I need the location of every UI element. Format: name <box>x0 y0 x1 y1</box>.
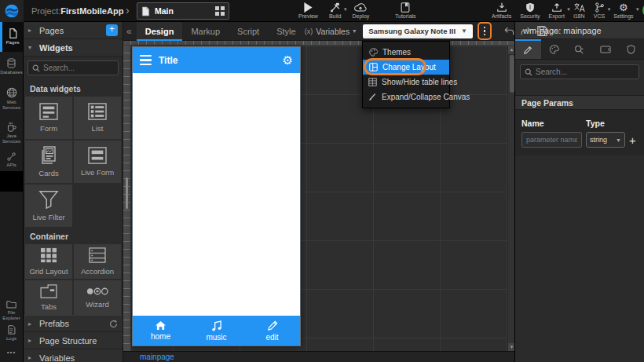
tab-events[interactable] <box>567 39 593 59</box>
add-parameter-button[interactable]: + <box>629 134 636 146</box>
tab-properties[interactable] <box>515 39 541 59</box>
tutorials-button[interactable]: Tutorials <box>395 0 416 19</box>
project-label: Project: <box>31 6 60 16</box>
app-logo[interactable] <box>0 0 24 22</box>
tab-script[interactable]: Script <box>229 22 268 41</box>
tutorials-label: Tutorials <box>395 13 416 19</box>
settings-button[interactable]: ⚙ Settings ▾ <box>613 0 633 19</box>
vcs-button[interactable]: VCS ▾ <box>594 0 605 19</box>
home-icon <box>155 320 166 331</box>
section-pages[interactable]: ▸ Pages + <box>24 22 123 39</box>
widget-tile-live-filter[interactable]: Live Filter <box>25 185 72 227</box>
scrollbar-thumb[interactable] <box>510 55 514 93</box>
phone-page-content[interactable] <box>133 73 300 316</box>
widget-tile-list[interactable]: List <box>74 97 121 139</box>
rail-item-apis[interactable]: APIs <box>0 149 23 171</box>
play-icon <box>303 2 313 13</box>
rail-item-file-explorer[interactable]: File Explorer <box>0 298 23 322</box>
accordion-icon <box>89 247 106 263</box>
vertical-ruler <box>123 46 131 351</box>
device-selector[interactable]: Samsung Galaxy Note III ▼ <box>363 24 473 38</box>
section-prefabs[interactable]: ▸ Prefabs <box>24 315 123 332</box>
widget-tile-cards[interactable]: Cards <box>25 141 72 183</box>
parameter-name-input[interactable] <box>521 132 582 148</box>
widget-tile-wizard[interactable]: Wizard <box>74 280 121 315</box>
rail-item-databases[interactable]: Databases <box>0 52 23 82</box>
search-icon <box>32 64 40 72</box>
build-button[interactable]: Build ▾ <box>329 0 342 19</box>
widget-tile-live-form[interactable]: Live Form <box>74 141 121 183</box>
widget-tile-label: Live Form <box>81 168 114 177</box>
more-options-button[interactable] <box>480 24 489 38</box>
deploy-button[interactable]: Deploy <box>352 0 369 19</box>
expand-right-icon[interactable]: » <box>552 26 564 37</box>
tab-markup[interactable]: Markup <box>182 22 229 41</box>
undo-button[interactable] <box>501 27 518 36</box>
design-canvas[interactable]: Title ⚙ home music edit ▲ <box>123 46 514 351</box>
table-lines-icon <box>368 78 377 86</box>
tab-style[interactable]: Style <box>268 22 304 41</box>
pencil-icon <box>267 320 278 331</box>
artifacts-button[interactable]: Artifacts <box>492 0 511 19</box>
download-icon <box>496 2 507 13</box>
save-button[interactable] <box>534 26 551 36</box>
nav-item-home[interactable]: home <box>133 316 188 346</box>
tab-security[interactable] <box>618 39 644 59</box>
parameter-type-select[interactable]: string ▼ <box>586 132 625 148</box>
hamburger-menu-icon[interactable] <box>140 55 152 66</box>
preview-button[interactable]: Preview <box>298 0 318 19</box>
ruler-handle[interactable] <box>126 177 128 209</box>
project-name: FirstMobileApp <box>60 6 123 16</box>
caret-down-icon: ▾ <box>608 6 611 13</box>
section-variables[interactable]: ▸ Variables <box>24 349 123 362</box>
rail-item-web-services[interactable]: Web Services <box>0 82 23 116</box>
rail-item-pages[interactable]: Pages <box>0 22 23 52</box>
canvas-scrollbar[interactable]: ▲ ▼ <box>507 46 514 351</box>
widget-tile-accordion[interactable]: Accordion <box>74 244 121 279</box>
add-page-button[interactable]: + <box>106 24 118 36</box>
tab-styles[interactable] <box>541 39 567 59</box>
rail-item-logs[interactable]: Logs <box>0 322 23 344</box>
group-title-data-widgets: Data widgets <box>24 79 123 97</box>
redo-button[interactable] <box>518 27 534 36</box>
section-page-structure[interactable]: ▸ Page Structure <box>24 332 123 349</box>
export-button[interactable]: Export ▾ <box>549 0 565 19</box>
rail-item-java-services[interactable]: Java Services <box>0 116 23 149</box>
refresh-icon[interactable] <box>109 320 118 328</box>
widget-tile-form[interactable]: Form <box>25 97 72 139</box>
deploy-cloud-icon <box>354 2 367 13</box>
translate-icon <box>573 2 585 13</box>
tab-mobile-device[interactable] <box>592 39 618 59</box>
nav-item-edit[interactable]: edit <box>244 316 300 346</box>
properties-search[interactable] <box>520 64 639 79</box>
grid-icon[interactable] <box>215 6 225 16</box>
variables-label: Variables <box>316 27 349 36</box>
phone-header: Title ⚙ <box>133 47 300 73</box>
security-button[interactable]: Security <box>520 0 540 19</box>
page-tab-main[interactable]: Main <box>137 2 229 20</box>
breadcrumb-mainpage[interactable]: mainpage <box>123 353 174 361</box>
rail-label: APIs <box>6 163 16 168</box>
rail-more-button[interactable]: ••• <box>0 344 23 362</box>
widget-tile-grid-layout[interactable]: Grid Layout <box>25 244 72 279</box>
gear-icon[interactable]: ⚙ <box>283 54 293 66</box>
menu-item-show-hide-table-lines[interactable]: Show/Hide table lines <box>363 75 449 90</box>
variables-dropdown[interactable]: (x) Variables ▾ <box>305 27 357 36</box>
collapse-left-icon[interactable]: « <box>123 26 137 37</box>
nav-item-music[interactable]: music <box>188 316 244 346</box>
device-icon <box>600 46 611 53</box>
section-widgets[interactable]: ▾ Widgets <box>24 39 123 57</box>
tab-design[interactable]: Design <box>137 22 183 41</box>
menu-item-themes[interactable]: Themes <box>363 45 449 60</box>
widget-search[interactable] <box>27 60 119 75</box>
menu-item-label: Themes <box>382 48 411 57</box>
caret-down-icon: ▼ <box>461 27 467 35</box>
i18n-button[interactable]: i18N <box>573 0 585 19</box>
widget-tile-tabs[interactable]: Tabs <box>25 280 72 315</box>
menu-item-change-layout[interactable]: Change Layout <box>363 60 449 75</box>
tabs-icon <box>40 284 57 298</box>
widget-search-input[interactable] <box>43 64 114 72</box>
phone-preview[interactable]: Title ⚙ home music edit <box>132 46 301 346</box>
properties-search-input[interactable] <box>536 68 635 76</box>
menu-item-expand-collapse-canvas[interactable]: Expand/Collapse Canvas <box>363 90 449 104</box>
